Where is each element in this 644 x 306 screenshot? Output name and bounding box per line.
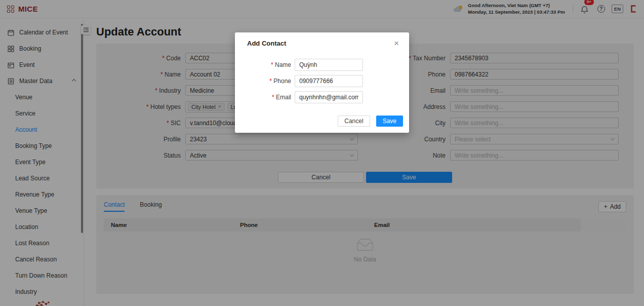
close-icon[interactable]: × bbox=[394, 39, 399, 48]
contact-name-input[interactable] bbox=[295, 59, 363, 71]
contact-email-input[interactable] bbox=[295, 91, 363, 103]
add-contact-modal: Add Contact × Name Phone Email Cancel Sa… bbox=[235, 32, 409, 133]
contact-email-label: Email bbox=[235, 94, 295, 101]
modal-title: Add Contact bbox=[247, 40, 286, 47]
modal-cancel-button[interactable]: Cancel bbox=[338, 116, 370, 127]
contact-phone-input[interactable] bbox=[295, 75, 363, 87]
modal-save-button[interactable]: Save bbox=[376, 116, 403, 127]
contact-phone-label: Phone bbox=[235, 78, 295, 85]
contact-name-label: Name bbox=[235, 61, 295, 68]
